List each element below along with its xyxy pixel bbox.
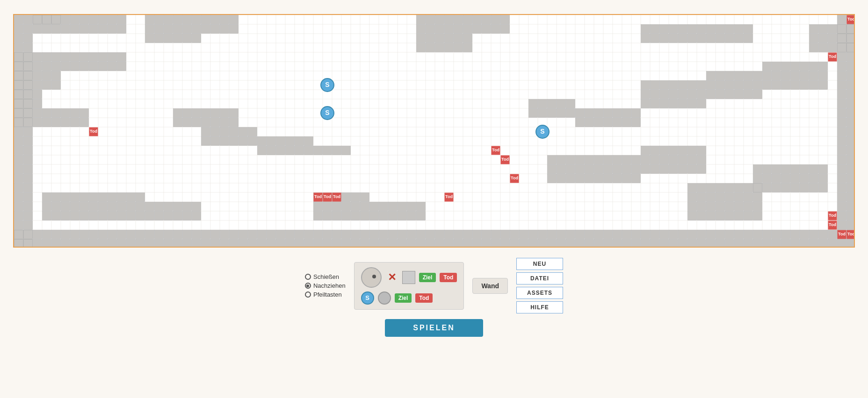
palette-box: ✕ Ziel Tod S Ziel Tod — [354, 262, 464, 310]
ziel-button-top[interactable]: Ziel — [419, 273, 436, 282]
s-token-palette[interactable]: S — [361, 291, 374, 305]
radio-group: Schießen Nachziehen Pfeiltasten — [305, 273, 346, 298]
shooter-icon[interactable] — [361, 267, 382, 288]
shooter-eye — [372, 275, 376, 278]
hilfe-button[interactable]: HILFE — [516, 301, 563, 313]
ziel-button-bottom[interactable]: Ziel — [395, 293, 412, 303]
radio-circle-schiessen — [305, 274, 311, 280]
radio-schiessen[interactable]: Schießen — [305, 273, 346, 280]
radio-pfeiltasten[interactable]: Pfeiltasten — [305, 291, 346, 298]
neu-button[interactable]: NEU — [516, 258, 563, 270]
spielen-button[interactable]: SPIELEN — [385, 319, 483, 337]
wall-tile-palette[interactable] — [402, 271, 415, 284]
radio-nachziehen[interactable]: Nachziehen — [305, 282, 346, 289]
assets-button[interactable]: ASSETS — [516, 287, 563, 299]
tod-button-bottom[interactable]: Tod — [415, 293, 433, 303]
palette-row-bottom: S Ziel Tod — [361, 291, 457, 305]
radio-circle-nachziehen — [305, 283, 311, 289]
wand-label: Wand — [472, 278, 508, 294]
tod-button-top[interactable]: Tod — [440, 273, 457, 282]
right-buttons: NEU DATEI ASSETS HILFE — [516, 258, 563, 313]
datei-button[interactable]: DATEI — [516, 272, 563, 284]
map-container[interactable] — [13, 14, 855, 248]
controls-panel: Schießen Nachziehen Pfeiltasten ✕ Ziel T… — [305, 258, 563, 313]
radio-circle-pfeiltasten — [305, 291, 311, 298]
gray-circle-palette[interactable] — [378, 291, 391, 305]
grid-canvas[interactable] — [14, 15, 855, 248]
palette-row-top: ✕ Ziel Tod — [361, 267, 457, 288]
delete-icon[interactable]: ✕ — [385, 271, 398, 284]
